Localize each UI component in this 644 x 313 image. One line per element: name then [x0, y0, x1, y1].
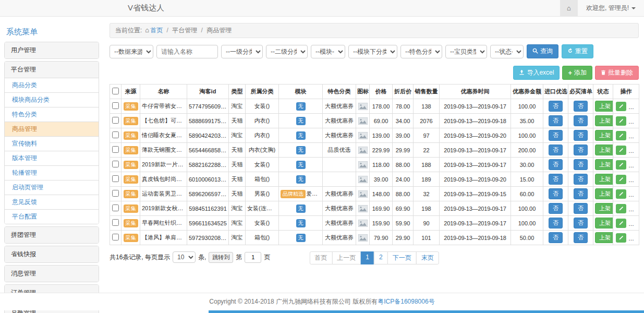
status-toggle[interactable]: 上架 [595, 188, 613, 199]
user-menu[interactable]: 欢迎您, 管理员! [578, 4, 644, 13]
must-buy-toggle[interactable]: 否 [574, 130, 588, 141]
item-type-select[interactable]: --宝贝类型-- [445, 45, 487, 58]
price-cell: 39.00 [370, 172, 393, 187]
must-buy-toggle[interactable]: 否 [574, 101, 588, 112]
import-select-toggle[interactable]: 否 [549, 145, 563, 155]
status-toggle[interactable]: 上架 [595, 130, 613, 141]
edit-button[interactable] [616, 116, 626, 126]
must-buy-toggle[interactable]: 否 [574, 232, 588, 243]
status-toggle[interactable]: 上架 [595, 115, 613, 126]
module-select[interactable]: --模块-- [311, 45, 345, 58]
sidebar-subitem[interactable]: 宣传物料 [5, 136, 99, 151]
sidebar-subitem[interactable]: 平台配置 [5, 209, 99, 224]
name-input[interactable] [156, 45, 218, 58]
must-buy-toggle[interactable]: 否 [574, 188, 588, 199]
add-button[interactable]: + 添加 [562, 66, 592, 80]
sidebar-subitem[interactable]: 启动页管理 [5, 180, 99, 195]
row-checkbox[interactable] [112, 219, 119, 226]
coupon-amount-cell: 30.00 [511, 158, 543, 172]
featured-category-select[interactable]: --特色分类-- [400, 45, 442, 58]
import-select-toggle[interactable]: 否 [549, 159, 563, 170]
sidebar-subitem[interactable]: 商品管理 [5, 122, 99, 136]
must-buy-toggle[interactable]: 否 [574, 115, 588, 126]
status-select[interactable]: --状态-- [490, 45, 524, 58]
home-button[interactable]: ⌂ [560, 0, 578, 16]
must-buy-toggle[interactable]: 否 [574, 174, 588, 185]
import-select-toggle[interactable]: 否 [549, 218, 563, 228]
edit-button[interactable] [616, 233, 626, 243]
module-sub-category-select[interactable]: --模块下分类-- [348, 45, 397, 58]
row-checkbox[interactable] [112, 190, 119, 197]
breadcrumb-home-link[interactable]: 首页 [150, 27, 163, 34]
import-select-toggle[interactable]: 否 [549, 101, 563, 112]
status-toggle[interactable]: 上架 [595, 159, 613, 170]
must-buy-toggle[interactable]: 否 [574, 218, 588, 228]
status-toggle[interactable]: 上架 [595, 101, 613, 112]
must-buy-cell: 否 [568, 143, 593, 158]
must-buy-toggle[interactable]: 否 [574, 145, 588, 155]
row-checkbox[interactable] [112, 102, 119, 109]
page-button[interactable]: 下一页 [387, 251, 417, 264]
import-select-toggle[interactable]: 否 [549, 188, 563, 199]
sidebar-item[interactable]: 拼团管理 [5, 227, 99, 243]
reset-button[interactable]: 重置 [562, 44, 593, 58]
sidebar-subitem[interactable]: 模块商品分类 [5, 92, 99, 107]
select-all-checkbox[interactable] [112, 88, 119, 94]
sidebar-subitem[interactable]: 意见反馈 [5, 195, 99, 209]
status-toggle[interactable]: 上架 [595, 145, 613, 155]
must-buy-toggle[interactable]: 否 [574, 159, 588, 170]
sidebar-subitem[interactable]: 商品分类 [5, 78, 99, 92]
edit-button[interactable] [616, 204, 626, 213]
sidebar-item[interactable]: 省钱快报 [5, 246, 99, 262]
status-toggle[interactable]: 上架 [595, 174, 613, 185]
page-button[interactable]: 末页 [416, 251, 439, 264]
import-select-toggle[interactable]: 否 [549, 203, 563, 214]
import-select-toggle[interactable]: 否 [549, 130, 563, 141]
sidebar-subitem[interactable]: 轮播管理 [5, 165, 99, 180]
status-toggle[interactable]: 上架 [595, 218, 613, 228]
page-number-input[interactable] [245, 252, 261, 263]
edit-button[interactable] [616, 131, 626, 140]
checkbox-cell [110, 114, 121, 128]
icp-link[interactable]: 粤ICP备16098006号 [378, 298, 434, 305]
edit-button[interactable] [616, 102, 626, 111]
sidebar-subitem[interactable]: 特色分类 [5, 107, 99, 122]
level1-category-select[interactable]: --一级分类-- [221, 45, 263, 58]
batch-delete-button[interactable]: 批量删除 [595, 66, 639, 80]
jump-button[interactable]: 跳转到 [209, 252, 233, 263]
row-checkbox[interactable] [112, 161, 119, 167]
row-checkbox[interactable] [112, 175, 119, 182]
sidebar-item[interactable]: 平台管理 [5, 62, 99, 78]
edit-button[interactable] [616, 160, 626, 170]
sidebar-item[interactable]: 消息管理 [5, 266, 99, 282]
import-select-toggle[interactable]: 否 [549, 115, 563, 126]
level2-category-select[interactable]: --二级分类-- [266, 45, 308, 58]
import-excel-button[interactable]: 导入excel [513, 66, 560, 80]
row-checkbox[interactable] [112, 131, 119, 138]
row-checkbox[interactable] [112, 204, 119, 211]
page-button[interactable]: 2 [374, 251, 388, 264]
must-buy-toggle[interactable]: 否 [574, 203, 588, 214]
sidebar-subitem[interactable]: 版本管理 [5, 151, 99, 165]
page-button[interactable]: 首页 [309, 251, 332, 264]
must-buy-cell: 否 [568, 216, 593, 231]
import-select-toggle[interactable]: 否 [549, 174, 563, 185]
page-button[interactable]: 1 [360, 251, 374, 264]
per-page-select[interactable]: 10 [173, 251, 196, 263]
row-checkbox[interactable] [112, 146, 119, 153]
import-select-toggle[interactable]: 否 [549, 232, 563, 243]
page-button[interactable]: 上一页 [332, 251, 361, 264]
edit-button[interactable] [616, 219, 626, 228]
row-checkbox[interactable] [112, 234, 119, 240]
status-toggle[interactable]: 上架 [595, 232, 613, 243]
edit-button[interactable] [616, 175, 626, 184]
edit-button[interactable] [616, 189, 626, 199]
sidebar-item[interactable]: 用户管理 [5, 42, 99, 58]
status-toggle[interactable]: 上架 [595, 203, 613, 214]
module-badge: 无 [296, 117, 306, 125]
data-source-select[interactable]: --数据来源-- [110, 45, 153, 58]
row-checkbox[interactable] [112, 117, 119, 124]
pagination-summary: 共16条记录, 每页显示 10 条, 跳转到 第 页 [110, 251, 270, 263]
edit-button[interactable] [616, 146, 626, 155]
search-button[interactable]: 查询 [527, 44, 558, 58]
